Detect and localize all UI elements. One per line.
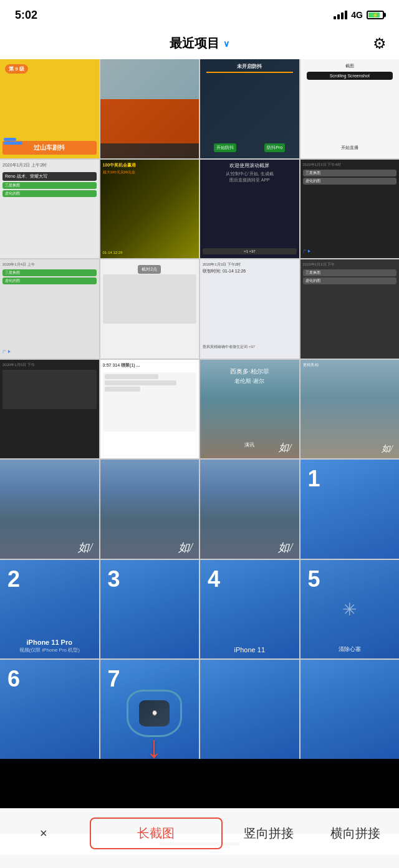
grid-cell-num-3[interactable]: 3 [100,560,200,659]
photo-grid: 第 9 级 过山车剧抖 未开启防抖 开始防抖 防抖Pro 截图 Scrollin… [0,59,399,759]
chevron-down-icon: ∨ [223,39,229,49]
grid-cell-12[interactable]: 2020年1月3日 下午 三星换图 虚化的图 [300,259,400,359]
grid-cell-15[interactable]: 西奥多·柏尔菲 老伦斯·谢尔 满讯 如/ [200,360,299,459]
vertical-stitch-label: 竖向拼接 [244,825,294,842]
cell-label-iphone11: iPhone 11 [200,646,299,653]
grid-cell-11[interactable]: 2020年1月3日 下午2时 联智时间: 01-14 12:26 垂风英精確确中… [200,259,299,359]
signal-bar-4 [345,11,347,19]
battery-bolt: ⚡ [372,12,378,18]
grid-cell-4[interactable]: 截图 Scrolling Screenshot 开始直播 [300,59,400,158]
close-icon: × [40,826,47,841]
cell-number-1: 1 [308,466,320,492]
horizontal-stitch-label: 横向拼接 [330,825,380,842]
horizontal-stitch-button[interactable]: 横向拼接 [312,825,399,842]
grid-cell-14[interactable]: 3:57 314 聯聚(1) ... [100,360,200,459]
cell-number-6: 6 [7,666,20,692]
cell-number-5: 5 [308,566,320,592]
grid-cell-empty-2 [300,660,400,759]
status-icons: 4G ⚡ [334,10,384,20]
cell-number-2: 2 [7,566,20,592]
grid-cell-num-5[interactable]: 5 ✳ 清除心塞 [300,560,400,659]
grid-cell-16[interactable]: 更精美·柏 如/ [300,360,400,459]
grid-cell-13[interactable]: 2020年1月5日 下午 [0,360,99,459]
grid-cell-num-4[interactable]: 4 iPhone 11 [200,560,299,659]
cell-number-4: 4 [208,566,220,592]
signal-bar-2 [337,14,340,19]
cell-label-5: 清除心塞 [300,645,400,653]
grid-cell-5[interactable]: 2020年1月2日 上午2时 Reno 战术、荣耀大写 三星换图 虚化的图 [0,160,99,259]
grid-cell-2[interactable] [100,59,200,158]
grid-cell-num-2[interactable]: 2 iPhone 11 Pro 视频(仅限 iPhone Pro 机型) [0,560,99,659]
grid-cell-num-6[interactable]: 6 [0,660,99,759]
gear-icon[interactable]: ⚙ [373,35,387,52]
long-screenshot-label: 长截图 [137,825,175,842]
grid-cell-num-7[interactable]: 7 ⌚ ↓ [100,660,200,759]
header-title[interactable]: 最近项目 ∨ [170,35,229,52]
battery-fill: ⚡ [368,12,380,17]
grid-cell-woman-1[interactable]: 如/ [0,460,99,559]
cell-number-7: 7 [108,666,120,692]
grid-cell-num-1[interactable]: 1 [300,460,400,559]
signal-bars [334,11,347,19]
grid-cell-woman-3[interactable]: 如/ [200,460,299,559]
status-time: 5:02 [15,9,37,22]
header: 最近项目 ∨ ⚙ [0,27,399,59]
grid-cell-empty-1 [200,660,299,759]
grid-cell-8[interactable]: 2020年1月3日 下午4时 三星换图 虚化的图 广 ▶ [300,160,400,259]
cell-label-iphone11pro: iPhone 11 Pro [0,639,99,646]
grid-cell-woman-2[interactable]: 如/ [100,460,200,559]
grid-cell-6[interactable]: 100中奖机会赢港 超大100元兑99元金 01-14 12:26 [100,160,200,259]
grid-cell-1[interactable]: 第 9 级 过山车剧抖 [0,59,99,158]
signal-bar-1 [334,16,336,19]
arrow-down-indicator: ↓ [147,729,162,759]
vertical-stitch-button[interactable]: 竖向拼接 [225,825,312,842]
grid-cell-9[interactable]: 2020年1月4日 上午 三星换图 虚化的图 广 ▶ [0,259,99,359]
cell-number-3: 3 [108,566,120,592]
battery-icon: ⚡ [367,11,384,19]
grid-cell-10[interactable]: 截对2点 [100,259,200,359]
signal-bar-3 [341,12,344,19]
header-title-text: 最近项目 [170,35,219,52]
close-button[interactable]: × [0,826,87,841]
bottom-toolbar: × 长截图 竖向拼接 横向拼接 [0,808,399,868]
long-screenshot-button[interactable]: 长截图 [90,817,223,849]
grid-cell-7[interactable]: 欢迎使用滚动截屏 从'控制中心'开始, 生成截图后直接跳转至 APP ×1 ×3… [200,160,299,259]
status-bar: 5:02 4G ⚡ [0,0,399,27]
4g-label: 4G [351,10,363,20]
grid-cell-3[interactable]: 未开启防抖 开始防抖 防抖Pro [200,59,299,158]
